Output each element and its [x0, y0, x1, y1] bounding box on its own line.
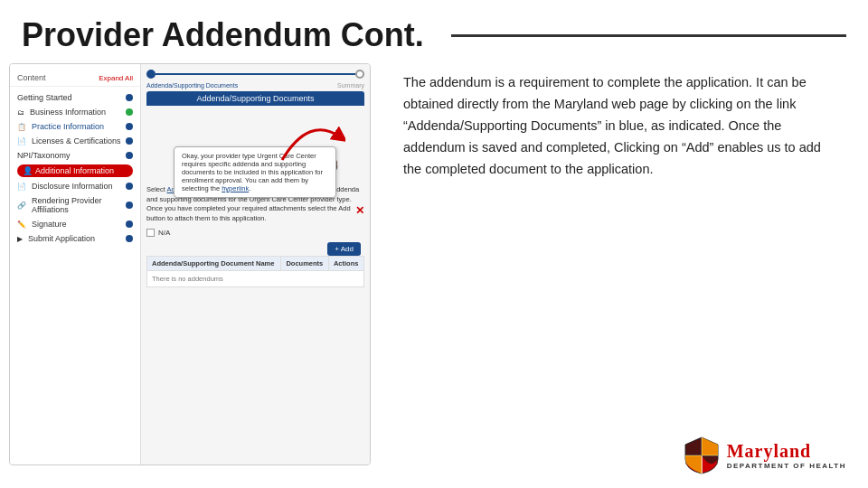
- link-icon: 🔗: [17, 202, 26, 210]
- progress-labels: Addenda/Supporting Documents Summary: [146, 82, 364, 89]
- progress-step1: [146, 70, 156, 79]
- dot-indicator: [126, 137, 133, 145]
- sidebar-header: Content Expand All: [10, 70, 140, 87]
- mockup-inner: Content Expand All Getting Started 🗂Busi…: [10, 64, 370, 465]
- addenda-table: Addenda/Supporting Document Name Documen…: [146, 256, 364, 287]
- sidebar: Content Expand All Getting Started 🗂Busi…: [10, 64, 141, 465]
- add-button[interactable]: + Add: [327, 242, 361, 256]
- sidebar-item-additional[interactable]: 👤Additional Information: [17, 164, 133, 177]
- briefcase-icon: 🗂: [17, 108, 24, 117]
- pen-icon: ✏️: [17, 221, 26, 229]
- progress-line: [156, 73, 355, 75]
- na-checkbox[interactable]: [146, 229, 155, 237]
- person-icon: 👤: [23, 166, 33, 175]
- step2-label: Summary: [337, 82, 364, 89]
- maryland-subtitle: DEPARTMENT OF HEALTH: [727, 462, 846, 470]
- progress-circle-inactive: [355, 70, 364, 79]
- na-row: N/A: [146, 229, 364, 237]
- dot-indicator: [126, 221, 133, 228]
- dot-indicator: [126, 183, 133, 190]
- right-panel: The addendum is a requirement to complet…: [385, 63, 846, 465]
- col-actions: Actions: [328, 257, 363, 271]
- sidebar-item-rendering[interactable]: 🔗Rendering Provider Affiliations: [10, 193, 140, 217]
- main-content: Content Expand All Getting Started 🗂Busi…: [0, 54, 868, 474]
- dot-indicator: [126, 94, 133, 101]
- arrow-icon: ▶: [17, 235, 23, 243]
- sidebar-item-signature[interactable]: ✏️Signature: [10, 217, 140, 231]
- sidebar-item-getting-started[interactable]: Getting Started: [10, 90, 140, 105]
- col-docs: Documents: [281, 257, 329, 271]
- sidebar-item-practice[interactable]: 📋Practice Information: [10, 119, 140, 134]
- clipboard-icon: 📋: [17, 123, 26, 131]
- sidebar-item-npi[interactable]: NPI/Taxonomy: [10, 148, 140, 163]
- popup-bubble: Okay, your provider type Urgent Care Cen…: [174, 146, 336, 198]
- dot-indicator: [126, 235, 133, 242]
- popup-text: Okay, your provider type Urgent Care Cen…: [182, 152, 323, 192]
- hyperlink-text[interactable]: hyperlink: [222, 184, 249, 192]
- popup-area: Okay, your provider type Urgent Care Cen…: [146, 106, 364, 178]
- doc-icon: 📄: [17, 183, 26, 191]
- description-text: The addendum is a requirement to complet…: [403, 72, 837, 181]
- mockup-main: Addenda/Supporting Documents Summary Add…: [141, 64, 370, 465]
- step1-label: Addenda/Supporting Documents: [146, 82, 238, 89]
- left-panel: Content Expand All Getting Started 🗂Busi…: [9, 63, 371, 465]
- expand-all[interactable]: Expand All: [99, 74, 133, 82]
- col-name: Addenda/Supporting Document Name: [147, 257, 281, 271]
- sidebar-item-disclosure[interactable]: 📄Disclosure Information: [10, 179, 140, 193]
- sidebar-item-submit[interactable]: ▶Submit Application: [10, 231, 140, 246]
- empty-row-text: There is no addendums: [147, 271, 364, 287]
- dot-indicator: [126, 152, 133, 159]
- close-icon[interactable]: ✕: [355, 204, 364, 217]
- dot-indicator: [126, 202, 133, 209]
- progress-bar: [146, 70, 364, 79]
- dot-indicator: [126, 123, 133, 130]
- table-row-empty: There is no addendums: [147, 271, 364, 287]
- dot-indicator: [126, 108, 133, 116]
- title-divider: [451, 34, 846, 37]
- maryland-shield-icon: [684, 436, 720, 475]
- maryland-title: Maryland: [727, 441, 846, 462]
- progress-step2: [355, 70, 364, 79]
- mockup-container: Content Expand All Getting Started 🗂Busi…: [9, 63, 371, 465]
- sidebar-item-business[interactable]: 🗂Business Information: [10, 105, 140, 119]
- maryland-text: Maryland DEPARTMENT OF HEALTH: [727, 441, 846, 470]
- blue-banner: Addenda/Supporting Documents: [146, 91, 364, 106]
- sidebar-item-licenses[interactable]: 📄Licenses & Certifications: [10, 134, 140, 148]
- maryland-logo: Maryland DEPARTMENT OF HEALTH: [684, 436, 846, 475]
- page-title: Provider Addendum Cont.: [0, 0, 868, 54]
- doc-icon: 📄: [17, 137, 26, 145]
- progress-circle-active: [146, 70, 156, 79]
